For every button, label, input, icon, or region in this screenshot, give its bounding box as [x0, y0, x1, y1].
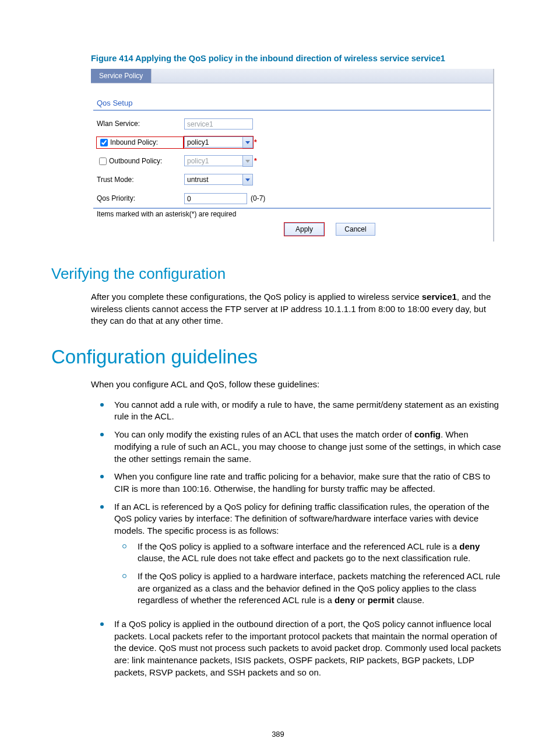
wlan-service-label: Wlan Service: [97, 120, 184, 128]
list-item: You cannot add a rule with, or modify a … [91, 399, 501, 429]
chevron-down-icon [242, 174, 253, 186]
wlan-service-field: service1 [184, 118, 253, 130]
heading-verifying: Verifying the configuration [51, 265, 505, 283]
qos-priority-label: Qos Priority: [97, 194, 184, 202]
guidelines-list: You cannot add a rule with, or modify a … [91, 399, 501, 685]
tab-service-policy[interactable]: Service Policy [91, 69, 152, 83]
required-asterisk: * [254, 138, 257, 146]
outbound-policy-label: Outbound Policy: [109, 157, 162, 165]
tab-bar: Service Policy [91, 69, 493, 83]
figure-caption: Figure 414 Applying the QoS policy in th… [51, 54, 505, 63]
qos-priority-input[interactable]: 0 [184, 193, 247, 204]
guidelines-intro: When you configure ACL and QoS, follow t… [91, 379, 501, 391]
qos-screenshot: Service Policy Qos Setup Wlan Service: s… [91, 69, 494, 242]
list-item: If the QoS policy is applied to a hardwa… [114, 570, 501, 612]
outbound-policy-select: policy1 [184, 155, 253, 167]
list-item: If a QoS policy is applied in the outbou… [91, 618, 501, 684]
inbound-policy-select[interactable]: policy1 [184, 136, 253, 148]
heading-guidelines: Configuration guidelines [51, 346, 505, 368]
list-item: When you configure line rate and traffic… [91, 471, 501, 501]
apply-button[interactable]: Apply [284, 223, 324, 236]
qos-priority-range: (0-7) [251, 194, 265, 202]
qos-setup-title: Qos Setup [93, 83, 491, 111]
inbound-policy-value: policy1 [184, 136, 242, 148]
required-asterisk: * [254, 157, 257, 165]
list-item: If an ACL is referenced by a QoS policy … [91, 501, 501, 619]
page-number: 389 [0, 730, 556, 738]
trust-mode-value: untrust [184, 174, 242, 185]
cancel-button[interactable]: Cancel [336, 223, 375, 236]
list-item: If the QoS policy is applied to a softwa… [114, 541, 501, 570]
chevron-down-icon [242, 155, 253, 167]
trust-mode-label: Trust Mode: [97, 176, 184, 184]
list-item: You can only modify the existing rules o… [91, 429, 501, 471]
outbound-policy-value: policy1 [184, 155, 242, 166]
verify-paragraph: After you complete these configurations,… [91, 291, 501, 327]
outbound-policy-checkbox[interactable] [99, 158, 107, 165]
inbound-policy-checkbox[interactable] [100, 139, 108, 146]
chevron-down-icon [242, 136, 253, 148]
required-note: Items marked with an asterisk(*) are req… [93, 208, 491, 223]
trust-mode-select[interactable]: untrust [184, 174, 253, 186]
inbound-policy-label: Inbound Policy: [110, 138, 158, 146]
